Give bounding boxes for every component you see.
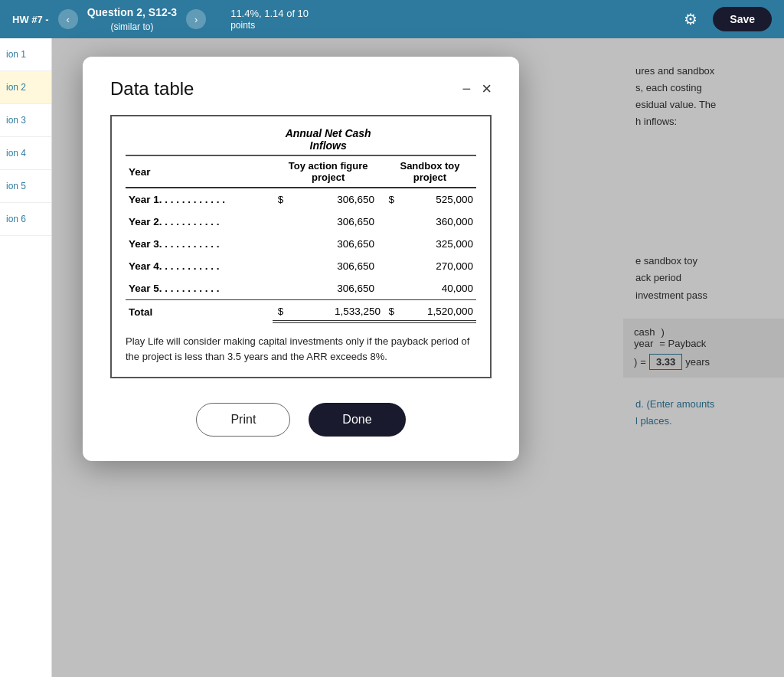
gear-icon[interactable]: ⚙ <box>684 10 697 28</box>
question-nav-prev[interactable]: ‹ <box>58 9 78 29</box>
table-row: Year 4. . . . . . . . . . .306,650270,00… <box>126 255 476 277</box>
modal-minimize-button[interactable]: − <box>462 81 471 96</box>
total-dollar1: $ <box>273 300 285 322</box>
done-button[interactable]: Done <box>309 403 405 437</box>
modal-title: Data table <box>110 78 194 100</box>
col-toy-header: Toy action figure project <box>273 156 384 188</box>
table-row: Year 3. . . . . . . . . . .306,650325,00… <box>126 233 476 255</box>
next-button[interactable]: › <box>186 9 206 29</box>
group-header-row: Annual Net Cash Inflows <box>126 127 476 155</box>
table-note: Play Life will consider making capital i… <box>126 334 476 365</box>
prev-button[interactable]: ‹ <box>58 9 78 29</box>
modal-footer: Print Done <box>110 403 492 437</box>
sidebar-item-2[interactable]: ion 2 <box>0 71 51 104</box>
modal-close-button[interactable]: × <box>482 80 492 97</box>
col-header-row: Year Toy action figure project Sandbox t… <box>126 156 476 188</box>
total-row: Total $ 1,533,250 $ 1,520,000 <box>126 300 476 322</box>
group-header-toy: Annual Net Cash Inflows <box>273 127 384 155</box>
save-button[interactable]: Save <box>713 7 772 31</box>
data-table: Annual Net Cash Inflows Year Toy action … <box>126 127 476 323</box>
print-button[interactable]: Print <box>196 403 290 437</box>
homework-label: HW #7 - <box>12 14 49 25</box>
sidebar-item-4[interactable]: ion 4 <box>0 137 51 170</box>
sidebar-item-1[interactable]: ion 1 <box>0 38 51 71</box>
modal-overlay: Data table − × Annual Net Cash Inflows <box>52 38 784 677</box>
total-label: Total <box>126 300 273 322</box>
sidebar-item-6[interactable]: ion 6 <box>0 203 51 236</box>
table-row: Year 5. . . . . . . . . . .306,65040,000 <box>126 277 476 300</box>
total-dollar2: $ <box>384 300 396 322</box>
modal-header: Data table − × <box>110 78 492 100</box>
table-row: Year 2. . . . . . . . . . .306,650360,00… <box>126 211 476 233</box>
data-table-container: Annual Net Cash Inflows Year Toy action … <box>110 115 492 378</box>
col-year-header: Year <box>126 156 273 188</box>
modal-dialog: Data table − × Annual Net Cash Inflows <box>83 57 519 461</box>
table-row: Year 1. . . . . . . . . . . .$306,650$52… <box>126 188 476 211</box>
sidebar-item-5[interactable]: ion 5 <box>0 170 51 203</box>
question-nav-next[interactable]: › <box>186 9 206 29</box>
sidebar-item-3[interactable]: ion 3 <box>0 104 51 137</box>
total-toy-amount: 1,533,250 <box>285 300 384 322</box>
points-label: 11.4%, 1.14 of 10 points <box>230 8 309 31</box>
question-label: Question 2, S12-3 (similar to) <box>87 5 177 34</box>
total-sandbox-amount: 1,520,000 <box>396 300 476 322</box>
col-sandbox-header: Sandbox toy project <box>384 156 476 188</box>
